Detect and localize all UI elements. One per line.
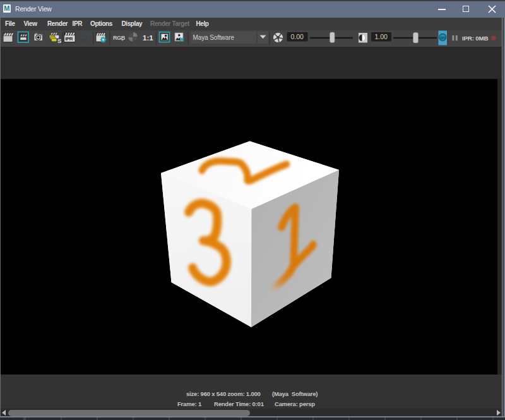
svg-text:IPR: IPR xyxy=(65,36,73,42)
svg-text:0.00: 0.00 xyxy=(291,33,304,40)
svg-text:RGB: RGB xyxy=(113,35,126,41)
svg-text:S: S xyxy=(57,37,61,44)
svg-text:IPR: 0MB: IPR: 0MB xyxy=(462,35,489,42)
svg-text:on: on xyxy=(440,35,445,40)
svg-text:1.00: 1.00 xyxy=(375,33,388,40)
svg-text:1:1: 1:1 xyxy=(143,34,153,42)
svg-text:IPR: IPR xyxy=(81,38,88,42)
svg-text:Maya Software: Maya Software xyxy=(193,34,235,41)
